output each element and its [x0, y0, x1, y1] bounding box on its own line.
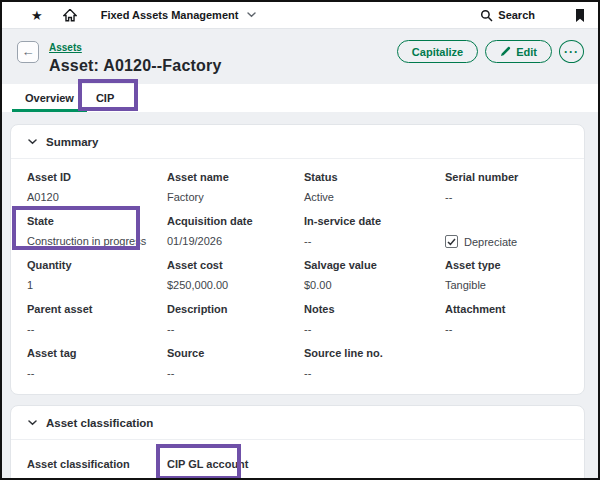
field-label: Attachment — [445, 303, 568, 316]
tab-bar: Overview CIP — [2, 84, 598, 112]
field-label: Salvage value — [304, 259, 445, 272]
field-notes: Notes -- — [304, 303, 445, 336]
field-value: -- — [167, 323, 304, 336]
field-state: State Construction in progress — [27, 215, 167, 248]
more-actions-button[interactable]: ··· — [559, 40, 584, 63]
field-label: Asset type — [445, 259, 568, 272]
field-label: Serial number — [445, 171, 568, 184]
field-value: -- — [27, 367, 167, 380]
field-label: Asset ID — [27, 171, 167, 184]
summary-card-header[interactable]: Summary — [11, 125, 584, 159]
field-label: State — [27, 215, 167, 228]
field-value: 1 — [27, 279, 167, 292]
collapse-chevron-icon[interactable] — [28, 420, 37, 426]
field-value: -- — [167, 367, 304, 380]
field-label: Asset tag — [27, 347, 167, 360]
field-value: Tangible — [445, 279, 568, 292]
summary-fields: Asset ID A0120 Asset name Factory Status… — [11, 159, 584, 394]
search-label: Search — [498, 9, 535, 21]
field-asset-name: Asset name Factory — [167, 171, 304, 204]
tab-overview[interactable]: Overview — [12, 84, 87, 112]
home-icon[interactable] — [63, 9, 77, 22]
bookmark-icon[interactable] — [575, 9, 585, 22]
field-salvage-value: Salvage value $0.00 — [304, 259, 445, 292]
capitalize-label: Capitalize — [412, 46, 463, 58]
classification-card: Asset classification Asset classificatio… — [10, 405, 585, 480]
field-label: Asset cost — [167, 259, 304, 272]
tab-cip-label: CIP — [96, 92, 114, 104]
field-value: 01/19/2026 — [167, 235, 304, 248]
field-label: Parent asset — [27, 303, 167, 316]
field-serial-number: Serial number -- — [445, 171, 568, 204]
favorites-star-icon[interactable]: ★ — [31, 8, 43, 23]
edit-label: Edit — [516, 46, 537, 58]
summary-title: Summary — [46, 136, 98, 148]
field-in-service-date: In-service date -- — [304, 215, 445, 248]
field-attachment: Attachment -- — [445, 303, 568, 336]
field-value: -- — [445, 191, 568, 204]
field-label: Asset classification — [27, 458, 167, 471]
field-value: -- — [304, 323, 445, 336]
field-asset-classification: Asset classification BU--Buildings — [27, 458, 167, 480]
field-label: Source — [167, 347, 304, 360]
field-description: Description -- — [167, 303, 304, 336]
summary-card: Summary Asset ID A0120 Asset name Factor… — [10, 124, 585, 395]
field-value: Active — [304, 191, 445, 204]
checkmark-icon — [447, 238, 456, 246]
field-value: -- — [304, 235, 445, 248]
field-value: $250,000.00 — [167, 279, 304, 292]
classification-title: Asset classification — [46, 417, 153, 429]
search-button[interactable]: Search — [480, 9, 535, 22]
tab-overview-label: Overview — [25, 92, 74, 104]
pencil-icon — [500, 46, 511, 57]
field-quantity: Quantity 1 — [27, 259, 167, 292]
field-asset-id: Asset ID A0120 — [27, 171, 167, 204]
field-source-line-no: Source line no. -- — [304, 347, 445, 380]
capitalize-button[interactable]: Capitalize — [397, 40, 478, 63]
field-label: Description — [167, 303, 304, 316]
app-switcher[interactable]: Fixed Assets Management — [101, 9, 257, 21]
app-window: ★ Fixed Assets Management Search ← Asset… — [0, 0, 600, 480]
tab-cip[interactable]: CIP — [87, 84, 123, 112]
field-value: A0120 — [27, 191, 167, 204]
field-label: Notes — [304, 303, 445, 316]
depreciate-checkbox[interactable] — [445, 235, 458, 248]
field-status: Status Active — [304, 171, 445, 204]
field-value: -- — [27, 323, 167, 336]
field-label: CIP GL account — [167, 458, 304, 471]
back-button[interactable]: ← — [17, 41, 39, 63]
depreciate-label: Depreciate — [464, 236, 517, 248]
breadcrumb-assets-link[interactable]: Assets — [49, 42, 82, 53]
field-asset-type: Asset type Tangible — [445, 259, 568, 292]
field-depreciate: Depreciate — [445, 215, 568, 248]
app-name: Fixed Assets Management — [101, 9, 239, 21]
classification-card-header[interactable]: Asset classification — [11, 406, 584, 440]
field-value: Construction in progress — [27, 235, 167, 248]
classification-fields: Asset classification BU--Buildings CIP G… — [11, 440, 584, 480]
field-parent-asset: Parent asset -- — [27, 303, 167, 336]
field-cip-gl-account: CIP GL account 1502--Buildings — [167, 458, 304, 480]
topbar: ★ Fixed Assets Management Search — [2, 2, 598, 29]
field-label: Source line no. — [304, 347, 445, 360]
field-asset-cost: Asset cost $250,000.00 — [167, 259, 304, 292]
edit-button[interactable]: Edit — [485, 40, 552, 63]
field-label: Acquisition date — [167, 215, 304, 228]
field-label: Status — [304, 171, 445, 184]
field-acquisition-date: Acquisition date 01/19/2026 — [167, 215, 304, 248]
page-header: ← Assets Asset: A0120--Factory Capitaliz… — [2, 29, 598, 75]
field-value: -- — [304, 367, 445, 380]
field-label: Quantity — [27, 259, 167, 272]
field-value: Factory — [167, 191, 304, 204]
field-source: Source -- — [167, 347, 304, 380]
collapse-chevron-icon[interactable] — [28, 139, 37, 145]
page-title: Asset: A0120--Factory — [49, 57, 222, 75]
field-label: Asset name — [167, 171, 304, 184]
field-value: -- — [445, 323, 568, 336]
field-asset-tag: Asset tag -- — [27, 347, 167, 380]
search-icon — [480, 9, 493, 22]
chevron-down-icon — [247, 12, 256, 18]
field-label: In-service date — [304, 215, 445, 228]
field-value: $0.00 — [304, 279, 445, 292]
